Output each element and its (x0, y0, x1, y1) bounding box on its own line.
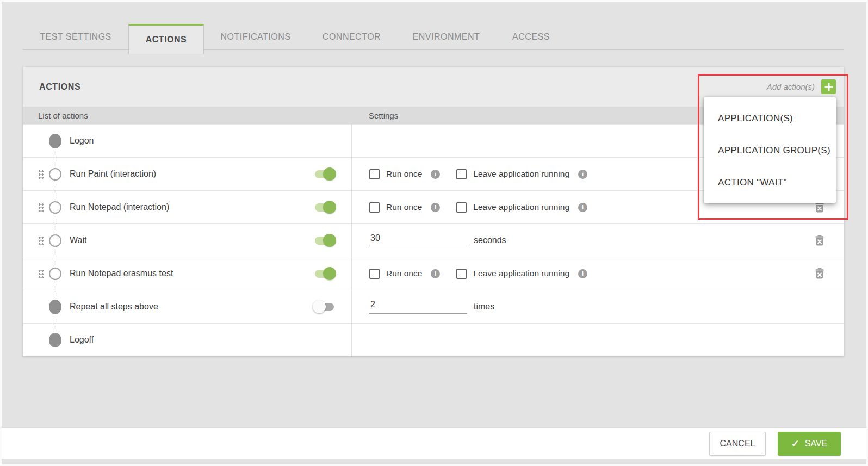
tab-notifications[interactable]: NOTIFICATIONS (204, 24, 307, 50)
run-once-label: Run once (386, 169, 422, 179)
panel-title: ACTIONS (39, 82, 80, 92)
menu-item-action-wait[interactable]: ACTION "WAIT" (704, 166, 836, 198)
leave-running-checkbox[interactable] (456, 169, 467, 179)
info-icon[interactable] (431, 269, 440, 278)
action-label: Repeat all steps above (70, 302, 158, 312)
drag-handle-icon[interactable] (38, 170, 44, 179)
menu-item-applications[interactable]: APPLICATION(S) (704, 102, 836, 134)
page: TEST SETTINGS ACTIONS NOTIFICATIONS CONN… (0, 0, 868, 466)
step-node-icon (49, 168, 61, 181)
step-node-icon (49, 333, 61, 347)
run-once-checkbox[interactable] (369, 202, 380, 213)
action-row-wait: Wait seconds (23, 223, 844, 257)
tab-access[interactable]: ACCESS (497, 24, 566, 50)
leave-running-label: Leave application running (473, 202, 569, 212)
cancel-button[interactable]: CANCEL (709, 432, 766, 456)
column-header-actions: List of actions (23, 111, 351, 120)
wait-seconds-input[interactable] (369, 233, 467, 247)
step-node-icon (49, 201, 61, 214)
info-icon[interactable] (431, 170, 440, 179)
leave-running-checkbox[interactable] (456, 269, 467, 279)
enabled-toggle[interactable] (315, 303, 334, 311)
info-icon[interactable] (578, 203, 587, 212)
leave-running-label: Leave application running (473, 169, 569, 179)
add-action-button[interactable] (821, 79, 836, 94)
leave-running-checkbox[interactable] (456, 202, 467, 213)
delete-action-icon[interactable] (815, 202, 824, 213)
tab-actions[interactable]: ACTIONS (128, 24, 204, 54)
action-label: Wait (70, 235, 86, 245)
enabled-toggle[interactable] (315, 203, 334, 212)
step-node-icon (49, 300, 61, 314)
step-node-icon (49, 268, 61, 280)
check-icon: ✓ (791, 439, 799, 449)
action-row-logoff: Logoff (23, 323, 844, 356)
tab-environment[interactable]: ENVIRONMENT (396, 24, 497, 50)
drag-handle-icon[interactable] (38, 269, 44, 278)
menu-item-application-groups[interactable]: APPLICATION GROUP(S) (704, 134, 836, 166)
enabled-toggle[interactable] (315, 170, 334, 178)
action-label: Logon (70, 136, 94, 146)
add-action-menu: APPLICATION(S) APPLICATION GROUP(S) ACTI… (704, 97, 836, 203)
action-row-run-notepad-erasmus: Run Notepad erasmus test Run once Leave … (23, 257, 844, 290)
run-once-checkbox[interactable] (369, 269, 380, 279)
drag-handle-icon[interactable] (38, 236, 44, 245)
run-once-label: Run once (386, 269, 422, 278)
action-label: Run Paint (interaction) (70, 169, 156, 179)
repeat-times-input[interactable] (369, 300, 467, 314)
save-button-label: SAVE (805, 439, 828, 449)
info-icon[interactable] (578, 170, 587, 179)
action-label: Run Notepad erasmus test (70, 269, 173, 278)
save-button[interactable]: ✓ SAVE (778, 432, 841, 456)
info-icon[interactable] (578, 269, 587, 278)
add-actions-area: Add action(s) (767, 79, 836, 94)
unit-label: times (474, 302, 494, 312)
enabled-toggle[interactable] (315, 270, 334, 278)
drag-handle-icon[interactable] (38, 203, 44, 212)
action-row-repeat: Repeat all steps above times (23, 290, 844, 323)
action-label: Run Notepad (interaction) (70, 202, 169, 212)
run-once-checkbox[interactable] (369, 169, 380, 179)
enabled-toggle[interactable] (315, 237, 334, 245)
delete-action-icon[interactable] (815, 268, 824, 279)
leave-running-label: Leave application running (473, 269, 569, 278)
action-label: Logoff (70, 335, 94, 345)
tab-bar: TEST SETTINGS ACTIONS NOTIFICATIONS CONN… (23, 24, 844, 50)
run-once-label: Run once (386, 202, 422, 212)
step-node-icon (49, 134, 61, 148)
footer-bar: CANCEL ✓ SAVE (1, 427, 867, 459)
delete-action-icon[interactable] (815, 235, 824, 246)
add-action-label: Add action(s) (767, 82, 815, 91)
unit-label: seconds (474, 235, 506, 245)
tab-test-settings[interactable]: TEST SETTINGS (23, 24, 128, 50)
tab-connector[interactable]: CONNECTOR (307, 24, 396, 50)
info-icon[interactable] (431, 203, 440, 212)
step-node-icon (49, 234, 61, 247)
